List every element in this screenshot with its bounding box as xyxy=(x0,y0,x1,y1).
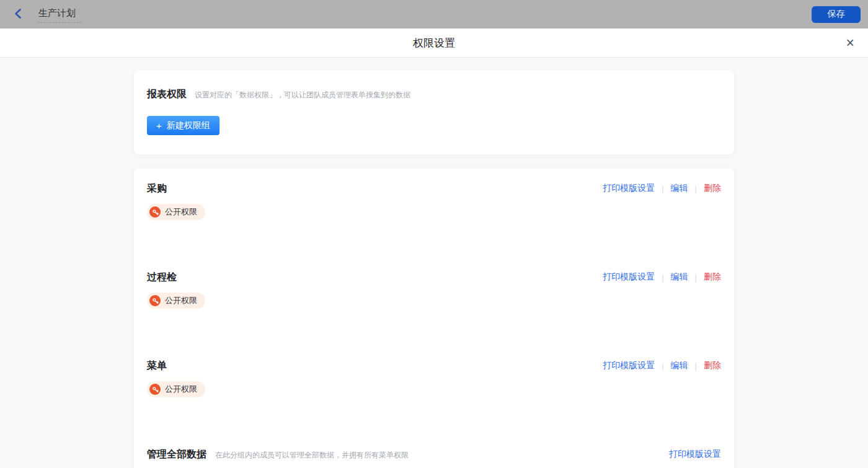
action-separator: | xyxy=(695,361,697,371)
permission-tag: 公开权限 xyxy=(147,293,205,309)
report-permission-card: 报表权限 设置对应的「数据权限」，可以让团队成员管理表单搜集到的数据 + 新建权… xyxy=(134,70,734,154)
print-template-settings-link[interactable]: 打印模版设置 xyxy=(603,272,655,283)
close-icon[interactable]: × xyxy=(846,36,854,50)
modal-body: 报表权限 设置对应的「数据权限」，可以让团队成员管理表单搜集到的数据 + 新建权… xyxy=(0,58,868,468)
new-permission-group-label: 新建权限组 xyxy=(167,120,210,131)
edit-link[interactable]: 编辑 xyxy=(671,360,688,371)
permission-tag-label: 公开权限 xyxy=(165,384,197,395)
group-name: 过程检 xyxy=(147,270,177,284)
top-toolbar: 生产计划 保存 xyxy=(0,0,868,29)
report-permission-title: 报表权限 xyxy=(147,87,187,101)
group-description: 在此分组内的成员可以管理全部数据，并拥有所有菜单权限 xyxy=(215,450,409,461)
group-name: 采购 xyxy=(147,182,167,195)
group-actions: 打印模版设置|编辑|删除 xyxy=(603,360,721,371)
new-permission-group-button[interactable]: + 新建权限组 xyxy=(147,116,219,135)
save-button[interactable]: 保存 xyxy=(812,6,861,23)
action-separator: | xyxy=(662,361,663,371)
permission-tag-label: 公开权限 xyxy=(165,295,197,306)
back-button[interactable] xyxy=(11,7,25,21)
permission-tag: 公开权限 xyxy=(147,204,205,220)
print-template-settings-link[interactable]: 打印模版设置 xyxy=(603,360,655,371)
permission-groups-card: 采购 打印模版设置|编辑|删除 公开权限 过程检 打印模版设置|编辑|删除 xyxy=(134,169,734,468)
delete-link[interactable]: 删除 xyxy=(704,360,721,371)
action-separator: | xyxy=(662,184,663,193)
permission-group: 采购 打印模版设置|编辑|删除 公开权限 xyxy=(147,182,721,270)
action-separator: | xyxy=(695,273,697,282)
key-icon xyxy=(149,295,161,306)
action-separator: | xyxy=(662,273,663,282)
modal-title: 权限设置 xyxy=(413,36,455,50)
permission-tag-label: 公开权限 xyxy=(165,206,197,218)
group-actions: 打印模版设置 xyxy=(669,449,721,460)
print-template-settings-link[interactable]: 打印模版设置 xyxy=(669,449,721,460)
permission-group: 管理全部数据 在此分组内的成员可以管理全部数据，并拥有所有菜单权限 打印模版设置 xyxy=(147,448,721,461)
key-icon xyxy=(149,206,161,218)
group-actions: 打印模版设置|编辑|删除 xyxy=(603,272,721,283)
permission-group: 过程检 打印模版设置|编辑|删除 公开权限 xyxy=(147,270,721,359)
delete-link[interactable]: 删除 xyxy=(704,272,721,283)
print-template-settings-link[interactable]: 打印模版设置 xyxy=(603,183,655,194)
report-permission-description: 设置对应的「数据权限」，可以让团队成员管理表单搜集到的数据 xyxy=(195,90,410,100)
group-name: 菜单 xyxy=(147,359,167,373)
permission-group: 菜单 打印模版设置|编辑|删除 公开权限 xyxy=(147,359,721,448)
group-actions: 打印模版设置|编辑|删除 xyxy=(603,183,721,194)
delete-link[interactable]: 删除 xyxy=(704,183,721,194)
group-name: 管理全部数据 xyxy=(147,448,206,461)
edit-link[interactable]: 编辑 xyxy=(671,183,688,194)
document-title[interactable]: 生产计划 xyxy=(37,6,82,23)
modal-header: 权限设置 × xyxy=(0,29,868,58)
plus-icon: + xyxy=(156,121,162,130)
edit-link[interactable]: 编辑 xyxy=(671,272,688,283)
permission-tag: 公开权限 xyxy=(147,381,205,397)
action-separator: | xyxy=(695,184,697,193)
chevron-left-icon xyxy=(13,8,23,21)
key-icon xyxy=(149,384,161,395)
